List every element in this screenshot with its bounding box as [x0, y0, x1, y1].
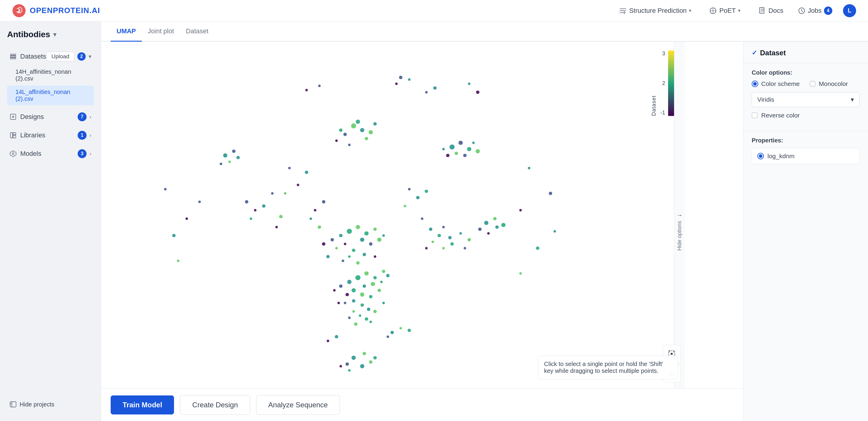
svg-point-85	[345, 293, 349, 296]
tab-dataset[interactable]: Dataset	[180, 22, 214, 42]
colorbar-bottom-value: -1	[660, 110, 665, 116]
sidebar-title-chevron[interactable]: ▾	[53, 31, 56, 38]
hide-projects-icon	[9, 401, 17, 408]
tab-umap[interactable]: UMAP	[111, 22, 142, 42]
svg-point-159	[464, 247, 466, 250]
property-radio-circle	[757, 153, 764, 159]
create-design-button[interactable]: Create Design	[180, 395, 250, 415]
svg-point-141	[318, 225, 321, 229]
hide-projects-button[interactable]: Hide projects	[7, 396, 94, 413]
svg-rect-8	[10, 58, 16, 59]
datasets-icon	[9, 53, 17, 60]
svg-point-108	[373, 356, 377, 359]
selection-hint-text: Click to select a single point or hold t…	[544, 361, 663, 374]
svg-point-76	[355, 275, 361, 280]
svg-point-103	[354, 322, 358, 326]
color-scheme-dropdown[interactable]: Viridis ▾	[752, 92, 860, 107]
poet-chevron: ▾	[738, 8, 740, 13]
hide-options-arrow: →	[677, 212, 683, 219]
svg-point-73	[356, 261, 360, 265]
svg-point-47	[476, 149, 480, 154]
svg-point-145	[407, 329, 411, 332]
properties-section: Properties: log_kdnm	[743, 132, 868, 169]
svg-point-119	[164, 188, 166, 191]
svg-point-151	[438, 234, 441, 237]
svg-point-30	[351, 123, 356, 128]
reverse-color-checkbox[interactable]	[752, 112, 757, 118]
models-label: Models	[20, 150, 41, 158]
color-scheme-radio[interactable]: Color scheme	[752, 80, 800, 88]
svg-point-19	[425, 91, 428, 94]
svg-point-79	[373, 276, 377, 279]
svg-point-89	[369, 295, 373, 298]
svg-point-62	[344, 242, 346, 245]
svg-point-23	[468, 83, 471, 85]
reverse-color-row: Reverse color	[752, 112, 860, 119]
logo-icon	[12, 4, 26, 18]
sidebar-section-models[interactable]: Models 3 ›	[7, 145, 94, 162]
dataset-file-1[interactable]: 14H_affinities_nonan (2).csv	[7, 65, 94, 85]
svg-point-153	[442, 226, 445, 229]
svg-point-78	[347, 280, 351, 284]
svg-point-131	[297, 184, 299, 186]
datasets-label: Datasets	[20, 53, 46, 60]
svg-point-140	[310, 217, 312, 220]
svg-point-39	[339, 128, 343, 132]
svg-point-20	[433, 86, 437, 90]
svg-point-80	[339, 285, 343, 288]
svg-point-128	[519, 272, 522, 275]
svg-point-51	[262, 204, 266, 207]
svg-point-46	[463, 154, 467, 157]
models-count: 3	[78, 149, 87, 158]
monocolor-radio[interactable]: Monocolor	[809, 80, 848, 88]
svg-point-162	[673, 351, 675, 353]
jobs-count: 4	[824, 6, 832, 15]
tabs-bar: UMAP Joint plot Dataset	[101, 22, 868, 42]
svg-point-143	[400, 327, 402, 330]
color-options-row: Color scheme Monocolor	[752, 80, 860, 88]
poet-label: PoET	[719, 7, 736, 14]
svg-point-132	[305, 171, 308, 174]
svg-point-40	[450, 144, 455, 150]
svg-point-109	[339, 365, 342, 367]
svg-point-102	[337, 302, 340, 304]
svg-point-17	[408, 78, 411, 81]
topnav-right: Structure Prediction ▾ PoET ▾ Docs	[616, 4, 856, 17]
svg-point-129	[536, 247, 539, 250]
svg-point-115	[478, 227, 482, 231]
svg-point-107	[345, 362, 349, 366]
svg-point-157	[459, 232, 462, 235]
svg-point-16	[399, 76, 402, 79]
svg-point-114	[493, 217, 497, 220]
svg-point-149	[429, 227, 433, 231]
train-model-button[interactable]: Train Model	[111, 395, 174, 415]
svg-rect-10	[10, 133, 12, 138]
dataset-file-2[interactable]: 14L_affinities_nonan (2).csv	[7, 86, 94, 105]
jobs-nav[interactable]: Jobs 4	[798, 6, 832, 15]
sidebar-section-designs[interactable]: Designs 7 ›	[7, 108, 94, 126]
svg-point-113	[484, 221, 489, 225]
libraries-label-row: Libraries	[9, 131, 45, 139]
right-panel-header: ✓ Dataset	[743, 42, 868, 62]
datasets-chevron[interactable]: ▾	[89, 53, 91, 60]
svg-point-41	[458, 141, 463, 145]
analyze-sequence-button[interactable]: Analyze Sequence	[256, 395, 340, 415]
designs-right: 7 ›	[78, 112, 91, 121]
svg-point-124	[528, 167, 530, 169]
svg-point-67	[382, 234, 385, 237]
property-option-1[interactable]: log_kdnm	[752, 148, 860, 164]
svg-point-22	[318, 85, 321, 88]
svg-point-130	[288, 167, 291, 169]
umap-container[interactable]: Dataset 3 2 -1 → Hide options	[101, 42, 743, 421]
svg-point-98	[373, 310, 377, 313]
svg-point-139	[322, 200, 326, 203]
sidebar-section-libraries[interactable]: Libraries 1 ›	[7, 127, 94, 144]
upload-button[interactable]: Upload	[46, 52, 74, 61]
poet-nav[interactable]: PoET ▾	[706, 4, 744, 17]
structure-prediction-nav[interactable]: Structure Prediction ▾	[616, 4, 695, 17]
user-avatar[interactable]: L	[843, 4, 856, 17]
svg-point-77	[364, 271, 369, 276]
svg-point-75	[326, 255, 330, 258]
tab-joint-plot[interactable]: Joint plot	[142, 22, 180, 42]
docs-nav[interactable]: Docs	[755, 4, 787, 17]
